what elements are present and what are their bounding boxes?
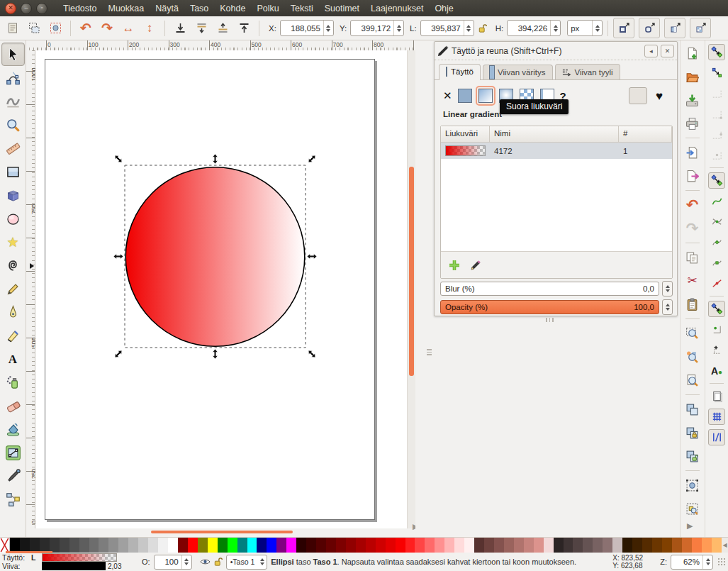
palette-swatch[interactable] [484, 538, 494, 553]
snap-path-intersections-button[interactable] [708, 214, 725, 230]
zoom-spinner[interactable] [702, 555, 712, 569]
tab-viivan-tyyli[interactable]: Viivan tyyli [555, 64, 620, 80]
palette-swatch[interactable] [603, 538, 612, 553]
palette-swatch[interactable] [396, 538, 405, 553]
palette-swatch[interactable] [198, 538, 208, 553]
pen-tool-button[interactable] [2, 301, 24, 323]
object-opacity-spinner[interactable] [181, 555, 191, 569]
palette-swatch[interactable] [208, 538, 218, 553]
snap-smooth-nodes-button[interactable] [708, 255, 725, 271]
blur-spinner[interactable] [662, 281, 673, 296]
find-button[interactable] [683, 499, 702, 518]
gradient-tool-button[interactable] [2, 442, 24, 464]
palette-swatch[interactable] [612, 538, 622, 553]
palette-swatch[interactable] [554, 538, 564, 553]
palette-swatch[interactable] [257, 538, 267, 553]
move-patterns-toggle-button[interactable] [690, 18, 711, 38]
palette-swatch[interactable] [474, 538, 484, 553]
palette-swatch[interactable] [642, 538, 652, 553]
opacity-spinner[interactable] [662, 299, 673, 315]
palette-swatch[interactable] [444, 538, 454, 553]
palette-swatch[interactable] [79, 538, 89, 553]
palette-swatch[interactable] [247, 538, 257, 553]
zoom-drawing-button[interactable] [683, 348, 702, 366]
rectangle-tool-button[interactable] [2, 161, 24, 183]
palette-none-swatch[interactable] [0, 538, 10, 553]
flip-vertical-button[interactable]: ↕ [140, 18, 159, 38]
deselect-button[interactable] [45, 18, 65, 38]
layer-visibility-toggle[interactable] [200, 558, 211, 565]
palette-swatch[interactable] [702, 538, 712, 553]
table-header-2[interactable]: # [619, 126, 672, 142]
object-opacity-field[interactable]: 100 [154, 555, 192, 570]
bucket-tool-button[interactable] [2, 418, 24, 440]
palette-swatch[interactable] [40, 538, 50, 553]
layer-selector[interactable]: •Taso 1 [226, 555, 268, 570]
palette-swatch[interactable] [583, 538, 593, 553]
palette-swatch[interactable] [435, 538, 444, 553]
snap-bbox-button[interactable] [708, 65, 725, 81]
tab-t-ytt-[interactable]: Täyttö [439, 64, 481, 80]
snap-bbox-corners-button[interactable] [708, 106, 725, 122]
palette-swatch[interactable] [50, 538, 60, 553]
palette-swatch[interactable] [69, 538, 79, 553]
palette-swatch[interactable] [316, 538, 326, 553]
duplicate-button[interactable] [683, 400, 702, 418]
menu-taso[interactable]: Taso [184, 1, 214, 16]
palette-swatch[interactable] [118, 538, 128, 553]
ellipse-object[interactable] [125, 167, 305, 347]
calligraphy-tool-button[interactable] [2, 325, 24, 347]
connector-tool-button[interactable] [2, 489, 24, 511]
palette-swatch[interactable] [672, 538, 682, 553]
zoom-field[interactable]: 62% [671, 555, 713, 570]
x-field[interactable]: 188,055 [280, 20, 334, 36]
menu-teksti[interactable]: Teksti [285, 1, 319, 16]
snap-object-centers-button[interactable] [708, 321, 725, 338]
palette-swatch[interactable] [652, 538, 662, 553]
zoom-tool-button[interactable] [2, 114, 24, 136]
unit-select[interactable]: px [567, 20, 603, 36]
palette-swatch[interactable] [128, 538, 138, 553]
palette-swatch[interactable] [366, 538, 376, 553]
fill-none-button[interactable]: ✕ [443, 88, 452, 104]
fill-stroke-indicator[interactable]: Täyttö: L Viiva: 2,03 [2, 554, 138, 570]
menu-kohde[interactable]: Kohde [214, 1, 251, 16]
palette-swatch[interactable] [514, 538, 524, 553]
spray-tool-button[interactable] [2, 372, 24, 394]
palette-swatch[interactable] [276, 538, 286, 553]
palette-swatch[interactable] [405, 538, 415, 553]
zoom-selection-button[interactable] [683, 324, 702, 343]
menu-polku[interactable]: Polku [251, 1, 284, 16]
dropper-tool-button[interactable] [2, 465, 24, 487]
fill-flat-button[interactable] [457, 88, 473, 104]
palette-swatch[interactable] [544, 538, 554, 553]
unit-spinner[interactable] [592, 21, 602, 35]
open-button[interactable] [683, 67, 702, 86]
import-button[interactable] [683, 143, 702, 162]
canvas-viewport[interactable] [35, 50, 407, 528]
opacity-slider[interactable]: Opacity (%) 100,0 [440, 300, 659, 314]
snap-page-border-button[interactable] [708, 388, 725, 404]
snap-bbox-edges-button[interactable] [708, 85, 725, 101]
palette-swatch[interactable] [178, 538, 188, 553]
lower-button[interactable] [191, 18, 211, 38]
x-spinner[interactable] [323, 21, 333, 35]
palette-swatch[interactable] [464, 538, 474, 553]
raise-button[interactable] [213, 18, 233, 38]
layer-lock-toggle[interactable] [214, 557, 223, 567]
gradient-table-row[interactable]: 41721 [441, 143, 672, 159]
clone-button[interactable] [683, 423, 702, 442]
palette-swatch[interactable] [662, 538, 672, 553]
snap-nodes-button[interactable] [708, 172, 725, 189]
snap-others-button[interactable] [708, 301, 725, 317]
lower-to-bottom-button[interactable] [170, 18, 190, 38]
window-resize-grip[interactable] [718, 558, 726, 566]
palette-swatch[interactable] [306, 538, 316, 553]
move-gradients-toggle-button[interactable] [664, 18, 685, 38]
snap-line-midpoints-button[interactable] [708, 275, 725, 292]
tab-viivan-v-ritys[interactable]: Viivan väritys [483, 65, 553, 80]
stroke-indicator-swatch[interactable] [42, 562, 106, 570]
palette-swatch[interactable] [682, 538, 692, 553]
selection-handle-bottom[interactable] [213, 349, 218, 359]
select-all-button[interactable] [3, 18, 23, 38]
